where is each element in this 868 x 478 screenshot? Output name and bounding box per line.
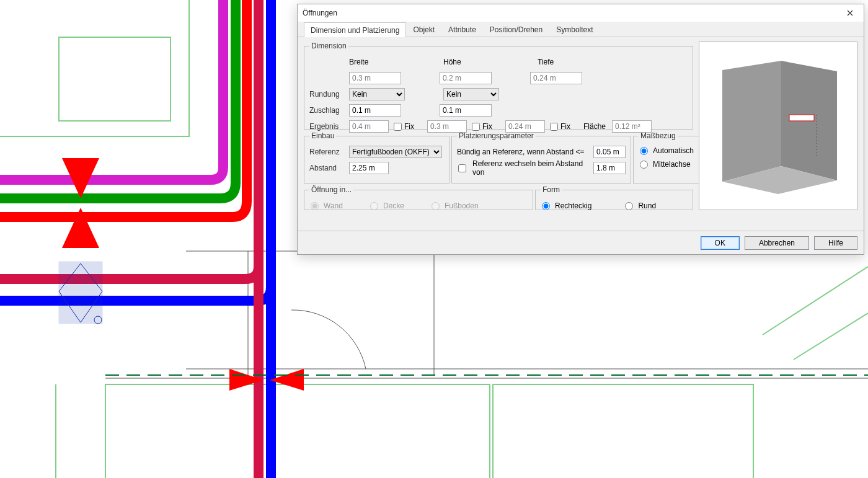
group-platzierung: Platzierungsparameter Bündig an Referenz…	[451, 131, 631, 184]
help-button[interactable]: Hilfe	[814, 236, 857, 250]
group-einbau-legend: Einbau	[309, 131, 336, 140]
tabstrip: Dimension und Platzierung Objekt Attribu…	[298, 22, 864, 37]
radio-massbezug-auto[interactable]	[640, 147, 648, 155]
radio-form-rund[interactable]	[625, 202, 633, 210]
group-dimension-legend: Dimension	[309, 42, 348, 50]
label-bundig: Bündig an Referenz, wenn Abstand <=	[457, 148, 590, 156]
svg-rect-21	[789, 115, 814, 121]
close-icon	[847, 10, 853, 16]
group-form: Form Rechteckig Rund	[535, 185, 693, 210]
header-breite: Breite	[349, 58, 405, 66]
select-referenz[interactable]: Fertigfußboden (OKFF)	[349, 146, 442, 158]
preview-3d	[699, 42, 857, 210]
input-breite[interactable]	[349, 72, 401, 84]
group-massbezug-legend: Maßbezug	[639, 131, 678, 140]
radio-form-rechteckig[interactable]	[542, 202, 550, 210]
svg-rect-3	[493, 384, 753, 478]
input-bundig-abstand[interactable]	[593, 146, 626, 158]
dialog-button-bar: OK Abbrechen Hilfe	[298, 231, 864, 254]
label-referenz-wechseln: Referenz wechseln beim Abstand von	[472, 159, 590, 177]
input-abstand[interactable]	[349, 162, 389, 174]
group-platzierung-legend: Platzierungsparameter	[457, 131, 536, 140]
group-massbezug: Maßbezug Automatisch Mittelachse	[633, 131, 699, 184]
label-ergebnis: Ergebnis	[309, 122, 345, 131]
tab-position-drehen[interactable]: Position/Drehen	[483, 22, 549, 37]
header-hoehe: Höhe	[443, 58, 499, 66]
output-flaeche	[612, 120, 652, 133]
header-tiefe: Tiefe	[538, 58, 593, 66]
tab-dimension-platzierung[interactable]: Dimension und Platzierung	[304, 22, 406, 37]
svg-rect-15	[59, 262, 102, 324]
group-form-legend: Form	[541, 185, 562, 194]
checkbox-fix-tiefe[interactable]	[550, 123, 558, 131]
group-oeffnung-in: Öffnung in... Wand Decke Fußboden	[304, 185, 533, 210]
tab-objekt[interactable]: Objekt	[406, 22, 441, 37]
input-zuschlag-breite[interactable]	[349, 104, 401, 117]
label-rundung: Rundung	[309, 90, 345, 99]
svg-line-6	[794, 313, 868, 360]
input-tiefe[interactable]	[530, 72, 582, 84]
svg-line-5	[763, 267, 868, 335]
checkbox-fix-hoehe[interactable]	[472, 123, 480, 131]
input-zuschlag-hoehe[interactable]	[440, 104, 492, 117]
label-abstand: Abstand	[309, 164, 345, 172]
tab-attribute[interactable]: Attribute	[441, 22, 483, 37]
output-ergebnis-breite	[349, 120, 389, 133]
openings-dialog: Öffnungen Dimension und Platzierung Obje…	[297, 4, 864, 255]
close-button[interactable]	[841, 7, 859, 19]
svg-rect-2	[105, 384, 490, 478]
radio-oeffnung-wand	[311, 202, 319, 210]
cancel-button[interactable]: Abbrechen	[745, 236, 809, 250]
checkbox-fix-breite[interactable]	[394, 123, 402, 131]
output-ergebnis-tiefe	[505, 120, 545, 133]
ok-button[interactable]: OK	[701, 236, 740, 250]
output-ergebnis-hoehe	[427, 120, 467, 133]
tab-symboltext[interactable]: Symboltext	[549, 22, 600, 37]
checkbox-referenz-wechseln[interactable]	[458, 164, 466, 172]
dialog-title: Öffnungen	[303, 4, 841, 22]
svg-rect-0	[59, 37, 170, 121]
select-rundung-hoehe[interactable]: Kein	[443, 88, 499, 100]
group-oeffnung-in-legend: Öffnung in...	[309, 185, 353, 194]
label-zuschlag: Zuschlag	[309, 106, 345, 115]
select-rundung-breite[interactable]: Kein	[349, 88, 405, 100]
input-hoehe[interactable]	[440, 72, 492, 84]
radio-massbezug-mittel[interactable]	[640, 161, 648, 169]
input-wechsel-abstand[interactable]	[593, 162, 626, 174]
group-einbau: Einbau Referenz Fertigfußboden (OKFF) Ab…	[304, 131, 450, 184]
radio-oeffnung-decke	[370, 202, 378, 210]
label-referenz: Referenz	[309, 148, 345, 156]
preview-3d-icon	[710, 58, 846, 194]
radio-oeffnung-fussboden	[432, 202, 440, 210]
group-dimension: Dimension Breite Höhe Tiefe	[304, 42, 693, 130]
svg-rect-1	[0, 0, 189, 136]
label-flaeche: Fläche	[583, 122, 608, 131]
svg-marker-18	[722, 61, 781, 182]
